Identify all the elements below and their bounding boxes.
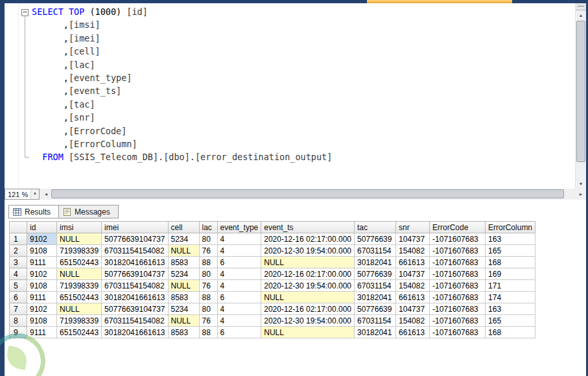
- row-header[interactable]: 3: [10, 257, 27, 268]
- grid-cell[interactable]: -1071607683: [430, 303, 486, 315]
- grid-cell[interactable]: 30182041661613: [102, 292, 168, 303]
- column-header-lac[interactable]: lac: [199, 222, 217, 233]
- code-line[interactable]: ,[lac]: [21, 58, 332, 71]
- grid-cell[interactable]: 661613: [396, 292, 430, 303]
- grid-cell[interactable]: NULL: [261, 257, 355, 268]
- grid-cell[interactable]: NULL: [57, 233, 102, 245]
- grid-cell[interactable]: 2020-12-16 02:17:00.000: [261, 268, 355, 280]
- grid-cell[interactable]: -1071607683: [430, 292, 486, 303]
- column-header-cell[interactable]: cell: [168, 222, 199, 233]
- grid-cell[interactable]: 9102: [27, 233, 57, 245]
- grid-cell[interactable]: 9108: [27, 245, 57, 257]
- grid-cell[interactable]: -1071607683: [430, 245, 486, 257]
- grid-cell[interactable]: 6: [217, 257, 261, 268]
- grid-cell[interactable]: 9111: [27, 257, 57, 268]
- grid-cell[interactable]: 6: [217, 327, 261, 338]
- grid-cell[interactable]: 50776639104737: [102, 268, 168, 280]
- grid-cell[interactable]: 171: [486, 280, 535, 292]
- grid-cell[interactable]: NULL: [261, 327, 355, 338]
- grid-cell[interactable]: 50776639: [355, 303, 396, 315]
- grid-cell[interactable]: 719398339: [57, 315, 102, 327]
- grid-cell[interactable]: 50776639: [355, 268, 396, 280]
- grid-cell[interactable]: 163: [486, 303, 535, 315]
- grid-cell[interactable]: 174: [486, 292, 535, 303]
- grid-cell[interactable]: 651502443: [57, 292, 102, 303]
- splitter-handle[interactable]: [576, 3, 586, 10]
- grid-cell[interactable]: 30182041661613: [102, 327, 168, 338]
- grid-cell[interactable]: 67031154154082: [102, 280, 168, 292]
- grid-cell[interactable]: 80: [199, 233, 217, 245]
- grid-cell[interactable]: 88: [199, 327, 217, 338]
- chevron-down-icon[interactable]: ▼: [30, 189, 39, 199]
- grid-cell[interactable]: 5234: [168, 303, 199, 315]
- column-header-ErrorColumn[interactable]: ErrorColumn: [486, 222, 535, 233]
- grid-cell[interactable]: NULL: [168, 280, 199, 292]
- grid-cell[interactable]: 30182041661613: [102, 257, 168, 268]
- grid-cell[interactable]: 6: [217, 292, 261, 303]
- column-header-imsi[interactable]: imsi: [57, 222, 102, 233]
- grid-cell[interactable]: 4: [217, 280, 261, 292]
- grid-cell[interactable]: 67031154: [355, 280, 396, 292]
- grid-corner-cell[interactable]: [10, 222, 27, 233]
- grid-cell[interactable]: NULL: [57, 303, 102, 315]
- grid-cell[interactable]: 4: [217, 315, 261, 327]
- grid-cell[interactable]: 168: [486, 257, 535, 268]
- grid-cell[interactable]: 76: [199, 315, 217, 327]
- column-header-event_ts[interactable]: event_ts: [261, 222, 355, 233]
- grid-cell[interactable]: 9108: [27, 315, 57, 327]
- grid-cell[interactable]: 80: [199, 268, 217, 280]
- code-area[interactable]: −SELECT TOP (1000) [id] ,[imsi] ,[imei] …: [21, 5, 332, 164]
- grid-cell[interactable]: -1071607683: [430, 280, 486, 292]
- column-header-imei[interactable]: imei: [102, 222, 168, 233]
- editor-vertical-scrollbar[interactable]: ▲ ▼: [575, 3, 586, 189]
- grid-cell[interactable]: 651502443: [57, 257, 102, 268]
- grid-cell[interactable]: -1071607683: [430, 233, 486, 245]
- grid-cell[interactable]: 30182041: [355, 292, 396, 303]
- grid-cell[interactable]: 2020-12-30 19:54:00.000: [261, 280, 355, 292]
- grid-cell[interactable]: 30182041: [355, 327, 396, 338]
- grid-cell[interactable]: 67031154154082: [102, 245, 168, 257]
- grid-cell[interactable]: 661613: [396, 327, 430, 338]
- grid-cell[interactable]: 165: [486, 245, 535, 257]
- query-editor[interactable]: −SELECT TOP (1000) [id] ,[imsi] ,[imei] …: [5, 3, 586, 189]
- grid-cell[interactable]: 9111: [27, 327, 57, 338]
- grid-cell[interactable]: 5234: [168, 268, 199, 280]
- grid-cell[interactable]: 67031154: [355, 245, 396, 257]
- grid-cell[interactable]: 154082: [396, 245, 430, 257]
- row-header[interactable]: 4: [10, 268, 27, 280]
- column-header-snr[interactable]: snr: [396, 222, 430, 233]
- grid-cell[interactable]: 104737: [396, 303, 430, 315]
- collapse-toggle[interactable]: −: [21, 5, 32, 18]
- row-header[interactable]: 6: [10, 292, 27, 303]
- code-line[interactable]: ,[ErrorColumn]: [21, 137, 332, 150]
- grid-cell[interactable]: 165: [486, 315, 535, 327]
- column-header-event_type[interactable]: event_type: [217, 222, 261, 233]
- collapse-minus-icon[interactable]: −: [21, 9, 29, 16]
- row-header[interactable]: 9: [10, 327, 27, 338]
- grid-cell[interactable]: NULL: [168, 245, 199, 257]
- code-line[interactable]: ,[tac]: [21, 98, 332, 111]
- grid-cell[interactable]: 9108: [27, 280, 57, 292]
- grid-cell[interactable]: 4: [217, 233, 261, 245]
- grid-cell[interactable]: 2020-12-30 19:54:00.000: [261, 315, 355, 327]
- grid-cell[interactable]: 661613: [396, 257, 430, 268]
- grid-cell[interactable]: -1071607683: [430, 257, 486, 268]
- grid-cell[interactable]: 651502443: [57, 327, 102, 338]
- code-line[interactable]: FROM [SSIS_Telecom_DB].[dbo].[error_dest…: [21, 150, 332, 163]
- grid-cell[interactable]: 163: [486, 233, 535, 245]
- grid-cell[interactable]: 2020-12-16 02:17:00.000: [261, 303, 355, 315]
- grid-cell[interactable]: 50776639: [355, 233, 396, 245]
- grid-cell[interactable]: 50776639104737: [102, 233, 168, 245]
- grid-cell[interactable]: -1071607683: [430, 327, 486, 338]
- row-header[interactable]: 1: [10, 233, 27, 245]
- grid-cell[interactable]: -1071607683: [430, 315, 486, 327]
- scroll-up-icon[interactable]: ▲: [576, 10, 586, 20]
- grid-cell[interactable]: 76: [199, 245, 217, 257]
- grid-cell[interactable]: 9102: [27, 303, 57, 315]
- grid-cell[interactable]: 719398339: [57, 245, 102, 257]
- grid-cell[interactable]: 154082: [396, 315, 430, 327]
- code-line[interactable]: −SELECT TOP (1000) [id]: [21, 5, 332, 18]
- code-line[interactable]: ,[imei]: [21, 32, 332, 45]
- scroll-right-icon[interactable]: ►: [576, 189, 586, 200]
- zoom-dropdown[interactable]: 121 % ▼: [5, 189, 40, 200]
